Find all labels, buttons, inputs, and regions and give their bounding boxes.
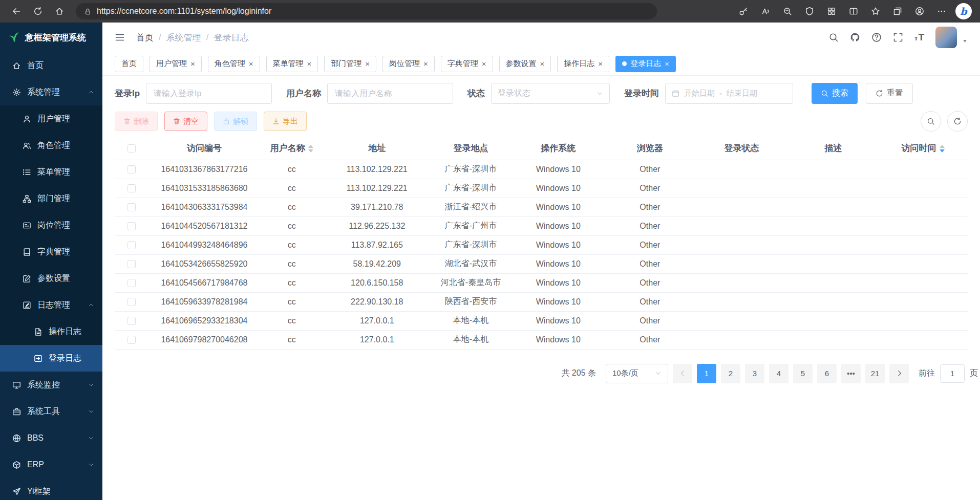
github-icon[interactable]: [850, 32, 860, 42]
sidebar-item-home[interactable]: 首页: [0, 52, 102, 79]
page-button-4[interactable]: 4: [769, 364, 789, 383]
reset-button[interactable]: 重置: [866, 83, 913, 104]
close-tab-icon[interactable]: ×: [307, 60, 312, 68]
export-button[interactable]: 导出: [264, 112, 307, 131]
help-icon[interactable]: [871, 32, 882, 42]
collections-button[interactable]: [889, 3, 906, 19]
tab-post-mgmt[interactable]: 岗位管理×: [382, 56, 435, 72]
sidebar-item-user-mgmt[interactable]: 用户管理: [0, 105, 102, 132]
row-checkbox[interactable]: [127, 184, 136, 192]
login-time-range-picker[interactable]: 开始日期 - 结束日期: [665, 83, 793, 104]
page-button-1[interactable]: 1: [697, 364, 716, 383]
sidebar-item-menu-mgmt[interactable]: 菜单管理: [0, 159, 102, 185]
font-size-icon[interactable]: тT: [914, 32, 924, 43]
sidebar-item-system-monitor[interactable]: 系统监控: [0, 372, 102, 398]
row-checkbox[interactable]: [127, 279, 136, 287]
column-header[interactable]: 访问时间: [878, 137, 968, 160]
sidebar-item-dept-mgmt[interactable]: 部门管理: [0, 185, 102, 212]
toggle-search-button[interactable]: [921, 111, 941, 132]
row-checkbox[interactable]: [127, 222, 136, 230]
close-tab-icon[interactable]: ×: [190, 60, 195, 68]
sidebar-item-yi-framework[interactable]: Yi框架: [0, 478, 102, 500]
sort-caret-icon[interactable]: [940, 145, 945, 153]
sidebar-item-system-tools[interactable]: 系统工具: [0, 398, 102, 425]
split-screen-button[interactable]: [845, 3, 862, 19]
page-size-select[interactable]: 10条/页: [606, 364, 668, 383]
refresh-table-button[interactable]: [947, 111, 968, 132]
sidebar-item-erp[interactable]: ERP: [0, 451, 102, 478]
caret-down-icon[interactable]: [962, 38, 968, 44]
tab-operation-log[interactable]: 操作日志×: [557, 56, 609, 72]
tab-user-mgmt[interactable]: 用户管理×: [150, 56, 202, 72]
breadcrumb-item-system[interactable]: 系统管理: [166, 32, 201, 44]
close-tab-icon[interactable]: ×: [423, 60, 428, 68]
breadcrumb-item-home[interactable]: 首页: [136, 32, 154, 44]
tab-login-log[interactable]: 登录日志×: [615, 56, 676, 72]
row-checkbox[interactable]: [127, 203, 136, 211]
close-tab-icon[interactable]: ×: [482, 60, 486, 68]
sidebar-item-log-mgmt[interactable]: 日志管理: [0, 292, 102, 318]
close-tab-icon[interactable]: ×: [365, 60, 370, 68]
browser-home-button[interactable]: [51, 3, 68, 19]
goto-page-input[interactable]: [940, 364, 965, 383]
row-checkbox[interactable]: [127, 260, 136, 268]
clear-button[interactable]: 清空: [164, 112, 207, 131]
fullscreen-icon[interactable]: [893, 32, 903, 42]
tracking-shield-button[interactable]: [801, 3, 818, 19]
user-avatar[interactable]: [935, 27, 957, 48]
browser-profile-button[interactable]: [911, 3, 928, 19]
extensions-button[interactable]: [823, 3, 840, 19]
row-checkbox[interactable]: [127, 298, 136, 306]
next-page-button[interactable]: [889, 364, 909, 383]
last-page-button[interactable]: 21: [865, 364, 885, 383]
page-button-3[interactable]: 3: [745, 364, 764, 383]
collapse-sidebar-button[interactable]: [115, 32, 125, 42]
tab-role-mgmt[interactable]: 角色管理×: [208, 56, 260, 72]
tab-menu-mgmt[interactable]: 菜单管理×: [266, 56, 318, 72]
copilot-bing-button[interactable]: b: [955, 3, 972, 19]
row-checkbox[interactable]: [127, 336, 136, 344]
close-tab-icon[interactable]: ×: [540, 60, 545, 68]
page-button-5[interactable]: 5: [793, 364, 813, 383]
sort-caret-icon[interactable]: [308, 145, 313, 153]
address-bar[interactable]: https://ccnetcore.com:1101/system/log/lo…: [76, 3, 657, 19]
row-checkbox[interactable]: [127, 241, 136, 249]
more-pages-button[interactable]: •••: [841, 364, 861, 383]
close-tab-icon[interactable]: ×: [249, 60, 253, 68]
page-button-2[interactable]: 2: [721, 364, 740, 383]
sidebar-item-dict-mgmt[interactable]: 字典管理: [0, 238, 102, 265]
browser-menu-button[interactable]: [933, 3, 950, 19]
row-checkbox[interactable]: [127, 317, 136, 325]
tab-home[interactable]: 首页: [115, 56, 143, 72]
login-ip-input[interactable]: [146, 83, 272, 104]
read-aloud-button[interactable]: [757, 3, 774, 19]
page-button-6[interactable]: 6: [817, 364, 837, 383]
unlock-button[interactable]: 解锁: [214, 112, 257, 131]
zoom-button[interactable]: [779, 3, 796, 19]
close-tab-icon[interactable]: ×: [598, 60, 603, 68]
tab-dept-mgmt[interactable]: 部门管理×: [324, 56, 376, 72]
sidebar-item-login-log[interactable]: 登录日志: [0, 345, 102, 372]
sidebar-item-system-mgmt[interactable]: 系统管理: [0, 79, 102, 105]
login-status-select[interactable]: 登录状态: [491, 83, 610, 104]
delete-button[interactable]: 删除: [115, 112, 158, 131]
header-search-icon[interactable]: [828, 32, 839, 42]
browser-back-button[interactable]: [8, 3, 25, 19]
select-all-checkbox[interactable]: [127, 144, 136, 153]
sidebar-item-bbs[interactable]: BBS: [0, 425, 102, 451]
password-key-button[interactable]: [735, 3, 752, 19]
browser-refresh-button[interactable]: [30, 3, 46, 19]
sidebar-item-operation-log[interactable]: 操作日志: [0, 318, 102, 345]
favorites-button[interactable]: [867, 3, 884, 19]
tab-dict-mgmt[interactable]: 字典管理×: [441, 56, 493, 72]
search-button[interactable]: 搜索: [812, 83, 858, 104]
sidebar-item-role-mgmt[interactable]: 角色管理: [0, 132, 102, 159]
column-header[interactable]: 用户名称: [260, 137, 324, 160]
close-tab-icon[interactable]: ×: [665, 60, 669, 68]
prev-page-button[interactable]: [673, 364, 692, 383]
row-checkbox[interactable]: [127, 165, 136, 173]
tab-param-settings[interactable]: 参数设置×: [499, 56, 551, 72]
username-input[interactable]: [327, 83, 453, 104]
sidebar-item-post-mgmt[interactable]: 岗位管理: [0, 212, 102, 238]
sidebar-item-param-settings[interactable]: 参数设置: [0, 265, 102, 292]
